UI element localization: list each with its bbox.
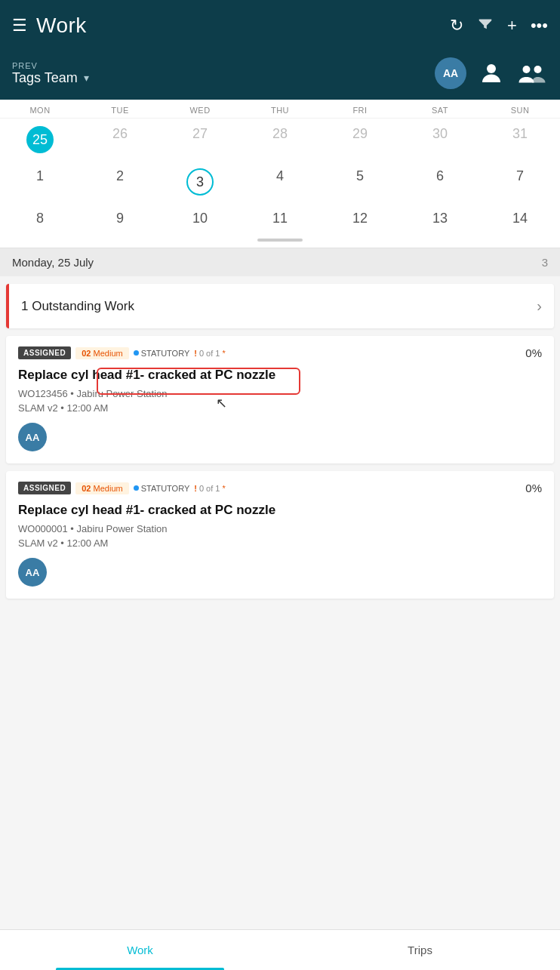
nav-trips-label: Trips: [408, 944, 432, 956]
header-user-actions: AA: [435, 57, 548, 89]
calendar-date-30[interactable]: 30: [400, 122, 480, 158]
calendar-date-31[interactable]: 31: [480, 122, 560, 158]
day-wed: WED: [160, 106, 240, 115]
outstanding-work-section[interactable]: 1 Outstanding Work ›: [6, 284, 554, 328]
tag-statutory-2: STATUTORY: [134, 484, 190, 493]
calendar-date-3[interactable]: 3: [160, 164, 240, 200]
header-icons: ↻ + •••: [450, 15, 548, 36]
team-name-row: Tags Team ▾: [12, 70, 89, 86]
tag-medium-2: 02 Medium: [75, 482, 128, 494]
calendar-date-14[interactable]: 14: [480, 206, 560, 231]
date-section-count: 3: [542, 256, 548, 269]
work-item-avatar-2: AA: [18, 558, 47, 587]
work-item-meta-2: WO000001 • Jabiru Power Station: [18, 523, 542, 534]
calendar-date-13[interactable]: 13: [400, 206, 480, 231]
day-fri: FRI: [320, 106, 400, 115]
menu-icon[interactable]: ☰: [12, 16, 27, 35]
calendar-date-1[interactable]: 1: [0, 164, 80, 200]
calendar-scrollbar: [0, 234, 560, 248]
tag-priority-2: ! 0 of 1 *: [194, 484, 225, 493]
app-header: ☰ Work ↻ + •••: [0, 0, 560, 51]
outstanding-title: 1 Outstanding Work: [21, 299, 134, 314]
work-item-tags-1: ASSIGNED 02 Medium STATUTORY ! 0 of 1 *: [18, 346, 542, 359]
sub-header: PREV Tags Team ▾ AA: [0, 51, 560, 100]
calendar-date-2[interactable]: 2: [80, 164, 160, 200]
date-section-title: Monday, 25 July: [12, 256, 94, 269]
calendar-date-7[interactable]: 7: [480, 164, 560, 200]
work-item-meta-1: WO123456 • Jabiru Power Station: [18, 388, 542, 399]
day-sat: SAT: [400, 106, 480, 115]
day-thu: THU: [240, 106, 320, 115]
work-item-card-1[interactable]: ASSIGNED 02 Medium STATUTORY ! 0 of 1 * …: [6, 336, 554, 463]
add-icon[interactable]: +: [507, 16, 517, 35]
calendar-date-12[interactable]: 12: [320, 206, 400, 231]
bottom-nav: Work Trips: [0, 929, 560, 970]
tag-medium-1: 02 Medium: [75, 347, 128, 359]
bottom-spacer: [0, 606, 560, 654]
calendar-date-4[interactable]: 4: [240, 164, 320, 200]
calendar-date-9[interactable]: 9: [80, 206, 160, 231]
calendar-date-27[interactable]: 27: [160, 122, 240, 158]
nav-trips[interactable]: Trips: [280, 930, 560, 970]
more-icon[interactable]: •••: [531, 16, 548, 35]
calendar-date-6[interactable]: 6: [400, 164, 480, 200]
filter-icon[interactable]: [477, 15, 494, 36]
nav-work[interactable]: Work: [0, 930, 280, 970]
avatar-initials: AA: [443, 67, 458, 79]
calendar-week-2: 1 2 3 4 5 6 7: [0, 161, 560, 203]
team-selector[interactable]: PREV Tags Team ▾: [12, 61, 89, 86]
work-item-percentage-1: 0%: [525, 346, 542, 359]
calendar-date-10[interactable]: 10: [160, 206, 240, 231]
user-avatar[interactable]: AA: [435, 57, 466, 89]
work-item-title-1: Replace cyl head #1- cracked at PC nozzl…: [18, 367, 542, 383]
work-item-percentage-2: 0%: [525, 482, 542, 494]
calendar-date-28[interactable]: 28: [240, 122, 320, 158]
calendar-date-29[interactable]: 29: [320, 122, 400, 158]
day-tue: TUE: [80, 106, 160, 115]
calendar-week-1: 25 26 27 28 29 30 31: [0, 119, 560, 161]
work-item-card-2[interactable]: ASSIGNED 02 Medium STATUTORY ! 0 of 1 * …: [6, 471, 554, 599]
sync-icon[interactable]: ↻: [450, 16, 463, 35]
calendar-date-25[interactable]: 25: [0, 122, 80, 158]
calendar-date-8[interactable]: 8: [0, 206, 80, 231]
work-item-time-1: SLAM v2 • 12:00 AM: [18, 402, 542, 414]
group-icon[interactable]: [516, 57, 548, 89]
tag-assigned-2: ASSIGNED: [18, 482, 71, 494]
chevron-down-icon[interactable]: ▾: [84, 72, 89, 84]
team-label: Tags Team: [12, 70, 78, 86]
profile-icon[interactable]: [475, 57, 507, 89]
svg-point-1: [523, 66, 531, 73]
calendar-date-11[interactable]: 11: [240, 206, 320, 231]
nav-work-label: Work: [127, 944, 153, 956]
work-item-avatar-1: AA: [18, 423, 47, 451]
work-item-tags-2: ASSIGNED 02 Medium STATUTORY ! 0 of 1 *: [18, 482, 542, 494]
statutory-dot-2: [134, 485, 139, 491]
outstanding-chevron-icon: ›: [537, 297, 542, 315]
day-mon: MON: [0, 106, 80, 115]
date-section-header: Monday, 25 July 3: [0, 248, 560, 276]
tag-priority-1: ! 0 of 1 *: [194, 349, 225, 358]
calendar-day-names: MON TUE WED THU FRI SAT SUN: [0, 100, 560, 119]
svg-point-0: [487, 64, 496, 73]
day-sun: SUN: [480, 106, 560, 115]
calendar-date-5[interactable]: 5: [320, 164, 400, 200]
calendar: MON TUE WED THU FRI SAT SUN 25 26 27 28 …: [0, 100, 560, 248]
tag-statutory-1: STATUTORY: [134, 349, 190, 358]
work-item-title-2: Replace cyl head #1- cracked at PC nozzl…: [18, 502, 542, 519]
svg-point-2: [534, 66, 542, 73]
app-title: Work: [36, 14, 441, 38]
scrollbar-thumb: [257, 239, 303, 242]
calendar-date-26[interactable]: 26: [80, 122, 160, 158]
calendar-week-3: 8 9 10 11 12 13 14: [0, 203, 560, 234]
work-item-time-2: SLAM v2 • 12:00 AM: [18, 537, 542, 549]
prev-label: PREV: [12, 61, 89, 70]
tag-assigned-1: ASSIGNED: [18, 346, 71, 359]
statutory-dot-1: [134, 350, 139, 356]
